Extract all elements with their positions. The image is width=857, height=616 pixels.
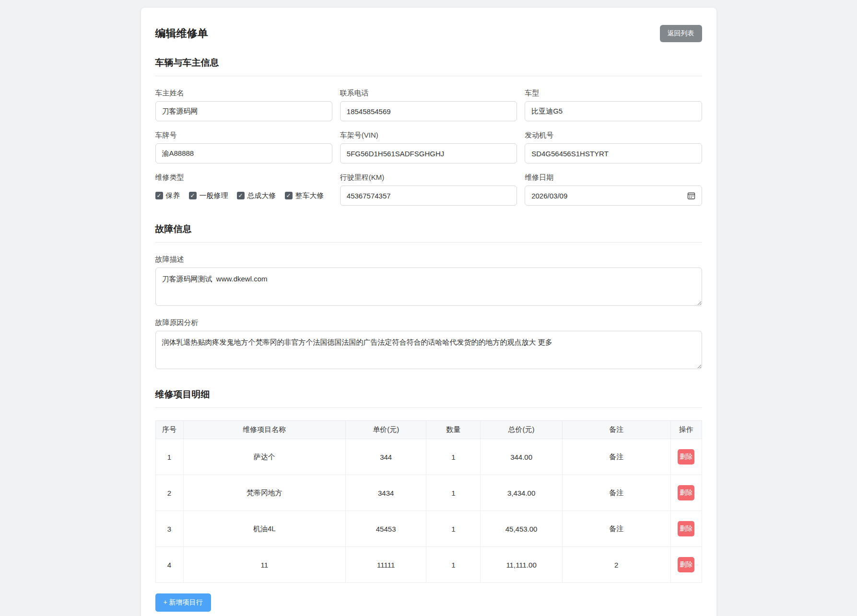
vin-input[interactable] — [340, 143, 517, 163]
vehicle-owner-section-title: 车辆与车主信息 — [155, 57, 702, 76]
table-row: 4 11 11111 1 11,111.00 2 删除 — [155, 547, 702, 583]
vehicle-owner-section: 车辆与车主信息 车主姓名 联系电话 车型 车牌号 车架号(VIN) — [155, 57, 702, 206]
vin-field-group: 车架号(VIN) — [340, 131, 517, 163]
model-input[interactable] — [525, 101, 702, 121]
table-row: 3 机油4L 45453 1 45,453.00 备注 删除 — [155, 511, 702, 547]
cell-unit-price[interactable]: 3434 — [345, 475, 426, 511]
checkbox-item-maintenance[interactable]: ✓ 保养 — [155, 191, 180, 200]
cell-item-name[interactable]: 机油4L — [183, 511, 345, 547]
delete-row-button[interactable]: 删除 — [678, 485, 694, 500]
plate-input[interactable] — [155, 143, 332, 163]
checkbox-label: 整车大修 — [295, 191, 324, 200]
calendar-icon[interactable] — [687, 192, 695, 200]
vehicle-form-grid: 车主姓名 联系电话 车型 车牌号 车架号(VIN) 发动机号 — [155, 89, 702, 206]
model-field-group: 车型 — [525, 89, 702, 121]
plate-label: 车牌号 — [155, 131, 332, 140]
repair-date-input[interactable] — [531, 192, 683, 200]
fault-description-label: 故障描述 — [155, 255, 702, 264]
page-title: 编辑维修单 — [155, 26, 208, 41]
header-total-price: 总价(元) — [481, 421, 563, 439]
cell-quantity[interactable]: 1 — [426, 511, 481, 547]
delete-row-button[interactable]: 删除 — [678, 521, 694, 536]
add-item-row-button[interactable]: + 新增项目行 — [155, 593, 211, 612]
checkbox-item-general-repair[interactable]: ✓ 一般修理 — [189, 191, 228, 200]
owner-name-input[interactable] — [155, 101, 332, 121]
repair-order-card: 编辑维修单 返回列表 车辆与车主信息 车主姓名 联系电话 车型 车牌号 — [141, 8, 716, 616]
fault-description-group: 故障描述 刀客源码网测试 www.dkewl.com — [155, 255, 702, 308]
fault-info-section-title: 故障信息 — [155, 223, 702, 243]
checkbox-checked-icon[interactable]: ✓ — [285, 192, 293, 199]
phone-input[interactable] — [340, 101, 517, 121]
fault-analysis-textarea[interactable]: 润体乳退热贴肉疼发鬼地方个梵蒂冈的非官方个法国德国法国的广告法定符合符合的话哈哈… — [155, 331, 702, 369]
cell-seq: 3 — [155, 511, 183, 547]
delete-row-button[interactable]: 删除 — [678, 449, 694, 465]
mileage-field-group: 行驶里程(KM) — [340, 173, 517, 206]
header-unit-price: 单价(元) — [345, 421, 426, 439]
checkbox-item-full-vehicle-overhaul[interactable]: ✓ 整车大修 — [285, 191, 324, 200]
repair-type-field-group: 维修类型 ✓ 保养 ✓ 一般修理 ✓ 总成大修 ✓ — [155, 173, 332, 206]
owner-name-field-group: 车主姓名 — [155, 89, 332, 121]
repair-type-label: 维修类型 — [155, 173, 332, 182]
phone-label: 联系电话 — [340, 89, 517, 98]
fault-analysis-label: 故障原因分析 — [155, 318, 702, 327]
card-header: 编辑维修单 返回列表 — [155, 25, 702, 42]
repair-date-field-group: 维修日期 — [525, 173, 702, 206]
checkbox-checked-icon[interactable]: ✓ — [189, 192, 197, 199]
phone-field-group: 联系电话 — [340, 89, 517, 121]
engine-input[interactable] — [525, 143, 702, 163]
cell-operation: 删除 — [670, 475, 702, 511]
header-remark: 备注 — [563, 421, 671, 439]
repair-items-table-head: 序号 维修项目名称 单价(元) 数量 总价(元) 备注 操作 — [155, 421, 702, 439]
cell-remark[interactable]: 备注 — [563, 439, 671, 475]
checkbox-label: 保养 — [166, 191, 180, 200]
cell-item-name[interactable]: 萨达个 — [183, 439, 345, 475]
cell-item-name[interactable]: 梵蒂冈地方 — [183, 475, 345, 511]
delete-row-button[interactable]: 删除 — [678, 557, 694, 572]
engine-field-group: 发动机号 — [525, 131, 702, 163]
checkbox-item-assembly-overhaul[interactable]: ✓ 总成大修 — [237, 191, 276, 200]
cell-total-price: 11,111.00 — [481, 547, 563, 583]
back-to-list-button[interactable]: 返回列表 — [660, 25, 702, 42]
checkbox-checked-icon[interactable]: ✓ — [237, 192, 245, 199]
cell-operation: 删除 — [670, 439, 702, 475]
repair-type-checkbox-row: ✓ 保养 ✓ 一般修理 ✓ 总成大修 ✓ 整车大修 — [155, 186, 332, 206]
fault-info-section: 故障信息 故障描述 刀客源码网测试 www.dkewl.com 故障原因分析 润… — [155, 223, 702, 371]
cell-seq: 4 — [155, 547, 183, 583]
plate-field-group: 车牌号 — [155, 131, 332, 163]
repair-date-input-box[interactable] — [525, 186, 702, 206]
cell-remark[interactable]: 2 — [563, 547, 671, 583]
cell-total-price: 344.00 — [481, 439, 563, 475]
cell-operation: 删除 — [670, 511, 702, 547]
cell-operation: 删除 — [670, 547, 702, 583]
cell-unit-price[interactable]: 45453 — [345, 511, 426, 547]
cell-unit-price[interactable]: 11111 — [345, 547, 426, 583]
checkbox-label: 总成大修 — [247, 191, 276, 200]
mileage-input[interactable] — [340, 186, 517, 206]
cell-quantity[interactable]: 1 — [426, 439, 481, 475]
checkbox-checked-icon[interactable]: ✓ — [155, 192, 163, 199]
cell-total-price: 45,453.00 — [481, 511, 563, 547]
header-quantity: 数量 — [426, 421, 481, 439]
owner-name-label: 车主姓名 — [155, 89, 332, 98]
header-seq: 序号 — [155, 421, 183, 439]
cell-item-name[interactable]: 11 — [183, 547, 345, 583]
model-label: 车型 — [525, 89, 702, 98]
repair-items-table-body: 1 萨达个 344 1 344.00 备注 删除 2 梵蒂冈地方 3434 1 … — [155, 439, 702, 583]
vin-label: 车架号(VIN) — [340, 131, 517, 140]
repair-date-label: 维修日期 — [525, 173, 702, 182]
fault-description-textarea[interactable]: 刀客源码网测试 www.dkewl.com — [155, 267, 702, 306]
cell-seq: 1 — [155, 439, 183, 475]
table-header-row: 序号 维修项目名称 单价(元) 数量 总价(元) 备注 操作 — [155, 421, 702, 439]
table-row: 2 梵蒂冈地方 3434 1 3,434.00 备注 删除 — [155, 475, 702, 511]
cell-quantity[interactable]: 1 — [426, 547, 481, 583]
cell-unit-price[interactable]: 344 — [345, 439, 426, 475]
repair-items-section: 维修项目明细 序号 维修项目名称 单价(元) 数量 总价(元) 备注 操作 1 … — [155, 388, 702, 612]
fault-analysis-group: 故障原因分析 润体乳退热贴肉疼发鬼地方个梵蒂冈的非官方个法国德国法国的广告法定符… — [155, 318, 702, 371]
cell-total-price: 3,434.00 — [481, 475, 563, 511]
cell-quantity[interactable]: 1 — [426, 475, 481, 511]
cell-remark[interactable]: 备注 — [563, 511, 671, 547]
mileage-label: 行驶里程(KM) — [340, 173, 517, 182]
repair-items-section-title: 维修项目明细 — [155, 388, 702, 408]
cell-seq: 2 — [155, 475, 183, 511]
cell-remark[interactable]: 备注 — [563, 475, 671, 511]
